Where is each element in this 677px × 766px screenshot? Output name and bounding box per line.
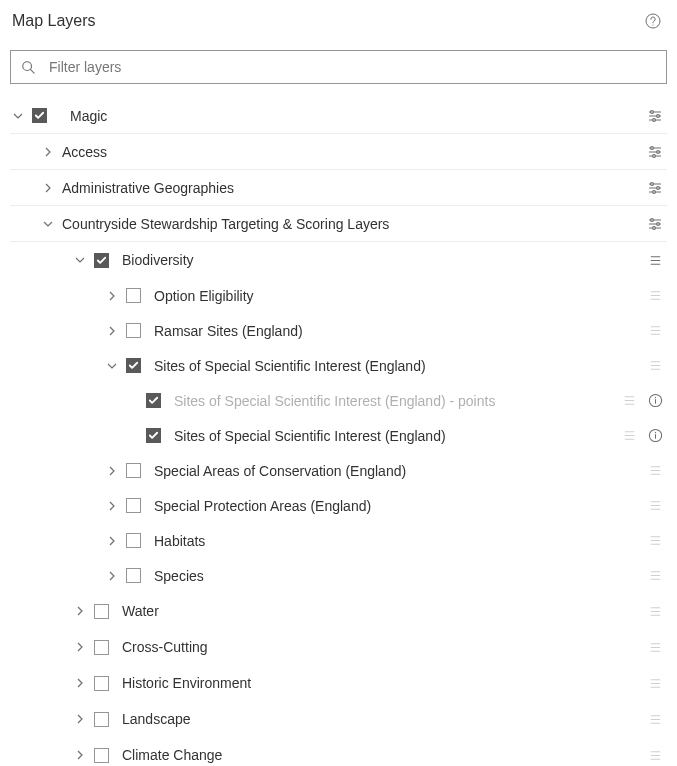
sliders-icon[interactable] (647, 144, 663, 160)
info-icon[interactable] (647, 393, 663, 409)
list-icon[interactable] (647, 603, 663, 619)
list-icon[interactable] (647, 498, 663, 514)
svg-point-7 (657, 150, 660, 153)
layer-label: Climate Change (122, 747, 647, 763)
layer-checkbox[interactable] (146, 428, 161, 443)
svg-point-13 (657, 222, 660, 225)
layer-label: Administrative Geographies (62, 180, 647, 196)
layer-label: Landscape (122, 711, 647, 727)
svg-point-1 (652, 24, 653, 25)
layer-checkbox[interactable] (94, 712, 109, 727)
chevron-right-icon[interactable] (72, 675, 88, 691)
chevron-right-icon[interactable] (40, 144, 56, 160)
chevron-right-icon[interactable] (104, 323, 120, 339)
layer-checkbox[interactable] (94, 748, 109, 763)
list-icon[interactable] (647, 568, 663, 584)
sliders-icon[interactable] (647, 180, 663, 196)
tree-row-landscape: Landscape (10, 701, 667, 737)
svg-point-0 (646, 14, 660, 28)
tree-row-access: Access (10, 134, 667, 170)
help-icon[interactable] (645, 13, 661, 29)
list-icon[interactable] (647, 288, 663, 304)
list-icon[interactable] (621, 428, 637, 444)
sliders-icon[interactable] (647, 108, 663, 124)
list-icon[interactable] (647, 711, 663, 727)
layer-label: Sites of Special Scientific Interest (En… (154, 358, 647, 374)
layer-checkbox[interactable] (94, 253, 109, 268)
tree-row-sssi-points: Sites of Special Scientific Interest (En… (10, 383, 667, 418)
layer-label: Option Eligibility (154, 288, 647, 304)
svg-point-6 (651, 146, 654, 149)
chevron-right-icon[interactable] (104, 463, 120, 479)
layer-checkbox[interactable] (126, 463, 141, 478)
tree-row-option-eligibility: Option Eligibility (10, 278, 667, 313)
chevron-right-icon[interactable] (104, 288, 120, 304)
layer-checkbox[interactable] (126, 533, 141, 548)
layer-label: Biodiversity (122, 252, 647, 268)
list-icon[interactable] (647, 675, 663, 691)
chevron-right-icon[interactable] (104, 498, 120, 514)
list-icon[interactable] (647, 533, 663, 549)
chevron-right-icon[interactable] (72, 603, 88, 619)
chevron-right-icon[interactable] (104, 568, 120, 584)
chevron-down-icon[interactable] (10, 108, 26, 124)
chevron-right-icon[interactable] (104, 533, 120, 549)
chevron-right-icon[interactable] (72, 711, 88, 727)
tree-row-admin-geo: Administrative Geographies (10, 170, 667, 206)
layer-checkbox[interactable] (126, 358, 141, 373)
tree-row-water: Water (10, 593, 667, 629)
layer-checkbox[interactable] (126, 568, 141, 583)
list-icon[interactable] (647, 252, 663, 268)
layer-label: Species (154, 568, 647, 584)
layer-checkbox[interactable] (94, 604, 109, 619)
svg-point-16 (654, 397, 655, 398)
layer-label: Special Protection Areas (England) (154, 498, 647, 514)
svg-point-14 (653, 226, 656, 229)
info-icon[interactable] (647, 428, 663, 444)
layer-checkbox[interactable] (32, 108, 47, 123)
search-container (10, 50, 667, 84)
list-icon[interactable] (621, 393, 637, 409)
chevron-down-icon[interactable] (104, 358, 120, 374)
tree-row-biodiversity: Biodiversity (10, 242, 667, 278)
layer-checkbox[interactable] (126, 323, 141, 338)
layer-label: Sites of Special Scientific Interest (En… (174, 393, 621, 409)
chevron-right-icon[interactable] (72, 747, 88, 763)
svg-point-18 (654, 432, 655, 433)
tree-row-spa: Special Protection Areas (England) (10, 488, 667, 523)
layer-label: Countryside Stewardship Targeting & Scor… (62, 216, 647, 232)
layer-label: Historic Environment (122, 675, 647, 691)
tree-row-historic-env: Historic Environment (10, 665, 667, 701)
layer-checkbox[interactable] (126, 288, 141, 303)
layers-scroll-area[interactable]: Magic Access Administrative Geographies … (0, 42, 677, 766)
chevron-down-icon[interactable] (40, 216, 56, 232)
layer-checkbox[interactable] (94, 640, 109, 655)
sliders-icon[interactable] (647, 216, 663, 232)
tree-row-sssi-group: Sites of Special Scientific Interest (En… (10, 348, 667, 383)
svg-point-12 (651, 218, 654, 221)
layer-label: Access (62, 144, 647, 160)
chevron-right-icon[interactable] (72, 639, 88, 655)
layer-checkbox[interactable] (146, 393, 161, 408)
tree-row-sac: Special Areas of Conservation (England) (10, 453, 667, 488)
svg-point-2 (23, 62, 32, 71)
layer-label: Ramsar Sites (England) (154, 323, 647, 339)
chevron-right-icon[interactable] (40, 180, 56, 196)
svg-point-8 (653, 154, 656, 157)
panel-header: Map Layers (0, 0, 677, 40)
layer-label: Special Areas of Conservation (England) (154, 463, 647, 479)
list-icon[interactable] (647, 358, 663, 374)
layer-checkbox[interactable] (94, 676, 109, 691)
tree-row-magic: Magic (10, 98, 667, 134)
list-icon[interactable] (647, 747, 663, 763)
list-icon[interactable] (647, 639, 663, 655)
layer-checkbox[interactable] (126, 498, 141, 513)
tree-row-habitats: Habitats (10, 523, 667, 558)
chevron-down-icon[interactable] (72, 252, 88, 268)
svg-point-10 (657, 186, 660, 189)
list-icon[interactable] (647, 463, 663, 479)
search-input[interactable] (47, 58, 656, 76)
layer-label: Magic (70, 108, 647, 124)
layer-label: Water (122, 603, 647, 619)
list-icon[interactable] (647, 323, 663, 339)
